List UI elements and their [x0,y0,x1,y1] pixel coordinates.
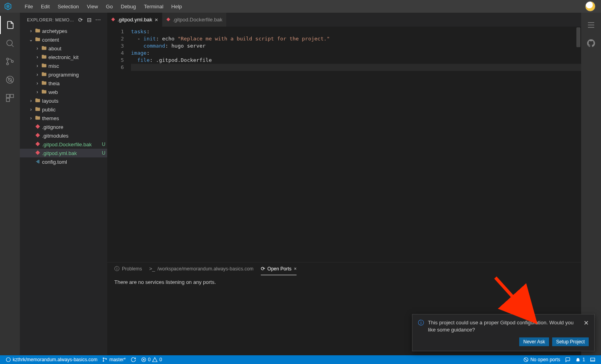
user-avatar[interactable] [585,1,595,11]
notification-action-never-ask[interactable]: Never Ask [519,337,549,346]
folder-icon [40,80,48,87]
menu-go[interactable]: Go [102,0,117,13]
svg-point-28 [103,360,104,361]
folder-icon [34,28,41,34]
close-icon[interactable]: × [154,16,158,23]
menu-view[interactable]: View [83,0,102,13]
tree-item[interactable]: .gitpod.yml.bakU [20,149,107,157]
svg-rect-17 [36,161,37,162]
svg-rect-35 [591,358,595,361]
activity-source-control[interactable] [0,52,20,71]
code-content[interactable]: tasks: - init: echo "Replace me with a b… [131,27,581,262]
activity-extensions[interactable] [0,89,20,107]
panel-tab-icon: ⟳ [261,266,265,272]
menu-file[interactable]: File [21,0,37,13]
code-line[interactable]: image: [131,50,581,57]
menu-debug[interactable]: Debug [117,0,140,13]
status-layout[interactable] [588,355,598,364]
file-icon [34,133,41,139]
tree-item[interactable]: .gitmodules [20,131,107,140]
git-status-badge: U [100,150,107,156]
activity-search[interactable] [0,34,20,52]
svg-rect-18 [37,160,38,163]
tree-item-label: themes [42,115,107,121]
panel-tab[interactable]: ⓘProblems [114,262,142,275]
editor-tab[interactable]: .gitpod.Dockerfile.bak [162,13,227,27]
tree-item[interactable]: ›archetypes [20,27,107,35]
close-icon[interactable]: ✕ [584,319,589,333]
notification-action-setup-project[interactable]: Setup Project [552,337,589,346]
panel-tab[interactable]: >_/workspace/memorandum.always-basics.co… [149,262,254,275]
editor-tabs: .gitpod.yml.bak×.gitpod.Dockerfile.bak [107,13,581,27]
gitpod-logo [3,2,13,11]
tree-item[interactable]: ›programming [20,70,107,79]
scrollbar-thumb[interactable] [576,27,580,47]
panel-tab-icon: ⓘ [114,265,119,272]
status-notifications[interactable]: 1 [573,355,588,364]
svg-rect-12 [6,98,10,102]
refresh-icon[interactable]: ⟳ [76,17,85,23]
tree-item-label: .gitpod.yml.bak [42,150,100,156]
close-icon[interactable]: × [294,266,297,272]
tree-item[interactable]: ›about [20,44,107,53]
tree-item-label: .gitpod.Dockerfile.bak [42,142,100,148]
code-line[interactable]: command: hugo server [131,42,581,50]
tree-item[interactable]: ›layouts [20,96,107,105]
tree-item-label: config.toml [42,159,107,165]
activity-explorer[interactable] [0,16,20,34]
tree-item[interactable]: .gitpod.Dockerfile.bakU [20,140,107,149]
status-sync[interactable] [128,355,139,364]
chevron-icon: › [28,28,34,34]
code-line[interactable]: - init: echo "Replace me with a build sc… [131,35,581,42]
tree-item[interactable]: ⌄content [20,35,107,44]
status-ports[interactable]: No open ports [521,355,562,364]
code-line[interactable] [131,64,581,71]
tree-item[interactable]: ›misc [20,61,107,70]
code-line[interactable]: file: .gitpod.Dockerfile [131,57,581,64]
chevron-icon: › [28,115,34,121]
status-feedback[interactable] [562,355,573,364]
editor[interactable]: 123456 tasks: - init: echo "Replace me w… [107,27,581,262]
line-number: 3 [107,42,124,50]
status-errors: 0 [148,357,151,362]
tree-item[interactable]: ›theia [20,79,107,88]
outline-icon[interactable] [581,16,601,34]
tree-item[interactable]: ›web [20,88,107,96]
line-gutter: 123456 [107,27,131,262]
status-problems[interactable]: 0 0 [139,355,164,364]
code-line[interactable]: tasks: [131,28,581,35]
tree-item[interactable]: .gitignore [20,123,107,131]
collapse-all-icon[interactable]: ⊟ [85,17,94,23]
tree-item-label: electronic_kit [48,54,107,60]
tree-item-label: archetypes [42,28,107,34]
status-repo[interactable]: kzthrk/memorandum.always-basics.com [3,355,100,364]
tree-item-label: public [42,107,107,113]
menu-edit[interactable]: Edit [37,0,54,13]
tree-item-label: misc [48,63,107,69]
menu-help[interactable]: Help [168,0,186,13]
svg-line-8 [7,77,13,82]
chevron-icon: › [34,63,40,69]
activity-debug[interactable] [0,71,20,89]
folder-icon [34,106,41,113]
github-icon[interactable] [581,34,601,52]
svg-rect-16 [35,150,40,155]
tree-item[interactable]: ›public [20,105,107,114]
file-icon [34,142,41,148]
svg-rect-13 [35,124,40,128]
tree-item-label: about [48,46,107,52]
svg-line-3 [12,45,14,47]
editor-tab[interactable]: .gitpod.yml.bak× [107,13,162,27]
git-status-badge: U [100,142,107,147]
svg-point-26 [6,358,11,362]
menu-terminal[interactable]: Terminal [140,0,167,13]
tree-item-label: .gitmodules [42,133,107,139]
tree-item[interactable]: ›themes [20,114,107,123]
more-icon[interactable]: ⋯ [94,17,102,23]
panel-tab[interactable]: ⟳Open Ports× [261,262,297,275]
status-branch[interactable]: master* [100,355,128,364]
svg-point-27 [103,358,104,358]
tree-item[interactable]: ›electronic_kit [20,53,107,61]
tree-item[interactable]: config.toml [20,157,107,166]
menu-selection[interactable]: Selection [54,0,83,13]
